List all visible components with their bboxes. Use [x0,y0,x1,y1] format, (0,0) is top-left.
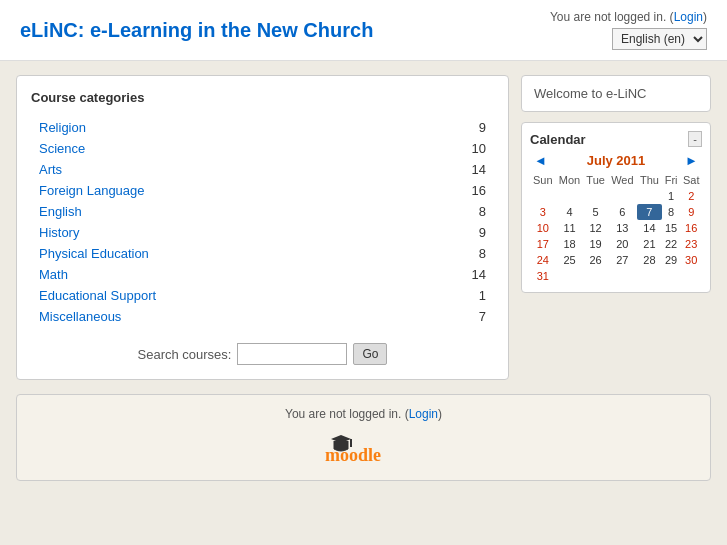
right-panel: Welcome to e-LiNC Calendar - ◄ July 2011… [521,75,711,380]
language-select[interactable]: English (en) [612,28,707,50]
category-count: 8 [479,204,486,219]
go-button[interactable]: Go [353,343,387,365]
category-link[interactable]: Science [39,141,85,156]
category-count: 9 [479,120,486,135]
calendar-day-header: Mon [556,172,584,188]
calendar-nav: ◄ July 2011 ► [530,153,702,168]
calendar-day[interactable]: 8 [662,204,681,220]
search-row: Search courses: Go [31,343,494,365]
svg-text:moodle: moodle [325,445,381,465]
calendar-next-button[interactable]: ► [683,153,700,168]
calendar-day[interactable]: 27 [608,252,637,268]
calendar-day[interactable]: 11 [556,220,584,236]
header-login-link[interactable]: Login [674,10,703,24]
header: eLiNC: e-Learning in the New Church You … [0,0,727,61]
category-count: 10 [472,141,486,156]
calendar-day[interactable]: 29 [662,252,681,268]
calendar-day[interactable]: 3 [530,204,556,220]
list-item: Physical Education8 [31,243,494,264]
category-link[interactable]: Miscellaneous [39,309,121,324]
calendar-day[interactable]: 1 [662,188,681,204]
category-link[interactable]: English [39,204,82,219]
calendar-table: SunMonTueWedThuFriSat 123456789101112131… [530,172,702,284]
calendar-day [584,268,608,284]
calendar-prev-button[interactable]: ◄ [532,153,549,168]
moodle-svg: moodle [319,429,409,465]
site-title: eLiNC: e-Learning in the New Church [20,19,373,42]
list-item: Educational Support1 [31,285,494,306]
category-list: Religion9Science10Arts14Foreign Language… [31,117,494,327]
category-count: 16 [472,183,486,198]
list-item: Science10 [31,138,494,159]
moodle-logo: moodle [319,429,409,465]
calendar-day[interactable]: 22 [662,236,681,252]
calendar-day[interactable]: 7 [637,204,662,220]
calendar-day[interactable]: 23 [680,236,702,252]
calendar-day[interactable]: 9 [680,204,702,220]
course-categories-panel: Course categories Religion9Science10Arts… [16,75,509,380]
search-label: Search courses: [138,347,232,362]
calendar-day-header: Thu [637,172,662,188]
calendar-collapse-button[interactable]: - [688,131,702,147]
calendar-day [637,268,662,284]
category-count: 8 [479,246,486,261]
list-item: Religion9 [31,117,494,138]
category-link[interactable]: Arts [39,162,62,177]
calendar-day [556,268,584,284]
calendar-day[interactable]: 10 [530,220,556,236]
category-link[interactable]: Foreign Language [39,183,145,198]
calendar-day[interactable]: 12 [584,220,608,236]
calendar-day[interactable]: 20 [608,236,637,252]
calendar-day[interactable]: 15 [662,220,681,236]
calendar-day[interactable]: 6 [608,204,637,220]
calendar-day[interactable]: 16 [680,220,702,236]
category-link[interactable]: Educational Support [39,288,156,303]
list-item: History9 [31,222,494,243]
calendar-day-header: Wed [608,172,637,188]
calendar-day [637,188,662,204]
list-item: English8 [31,201,494,222]
header-right: You are not logged in. (Login) English (… [550,10,707,50]
calendar-day[interactable]: 2 [680,188,702,204]
calendar-day[interactable]: 14 [637,220,662,236]
category-count: 1 [479,288,486,303]
calendar-day[interactable]: 4 [556,204,584,220]
footer: You are not logged in. (Login) moodle [16,394,711,481]
footer-login-text: You are not logged in. (Login) [29,407,698,421]
calendar-day-header: Fri [662,172,681,188]
category-link[interactable]: Religion [39,120,86,135]
calendar-header-row: Calendar - [530,131,702,147]
calendar-day[interactable]: 21 [637,236,662,252]
main-content: Course categories Religion9Science10Arts… [0,61,727,394]
calendar-day[interactable]: 30 [680,252,702,268]
calendar-day [556,188,584,204]
category-link[interactable]: Math [39,267,68,282]
calendar-day[interactable]: 28 [637,252,662,268]
list-item: Foreign Language16 [31,180,494,201]
calendar-month-year: July 2011 [587,153,646,168]
list-item: Arts14 [31,159,494,180]
calendar-day[interactable]: 25 [556,252,584,268]
calendar-day [584,188,608,204]
calendar-day-header: Sat [680,172,702,188]
category-count: 14 [472,267,486,282]
panel-title: Course categories [31,90,494,105]
category-link[interactable]: Physical Education [39,246,149,261]
calendar-title: Calendar [530,132,586,147]
calendar-day[interactable]: 13 [608,220,637,236]
calendar-day[interactable]: 17 [530,236,556,252]
category-link[interactable]: History [39,225,79,240]
calendar-day[interactable]: 5 [584,204,608,220]
calendar-day[interactable]: 31 [530,268,556,284]
calendar-day[interactable]: 24 [530,252,556,268]
list-item: Math14 [31,264,494,285]
welcome-box: Welcome to e-LiNC [521,75,711,112]
category-count: 9 [479,225,486,240]
calendar-box: Calendar - ◄ July 2011 ► SunMonTueWedThu… [521,122,711,293]
search-input[interactable] [237,343,347,365]
footer-login-link[interactable]: Login [409,407,438,421]
calendar-day[interactable]: 18 [556,236,584,252]
calendar-day[interactable]: 19 [584,236,608,252]
calendar-day-header: Sun [530,172,556,188]
calendar-day[interactable]: 26 [584,252,608,268]
